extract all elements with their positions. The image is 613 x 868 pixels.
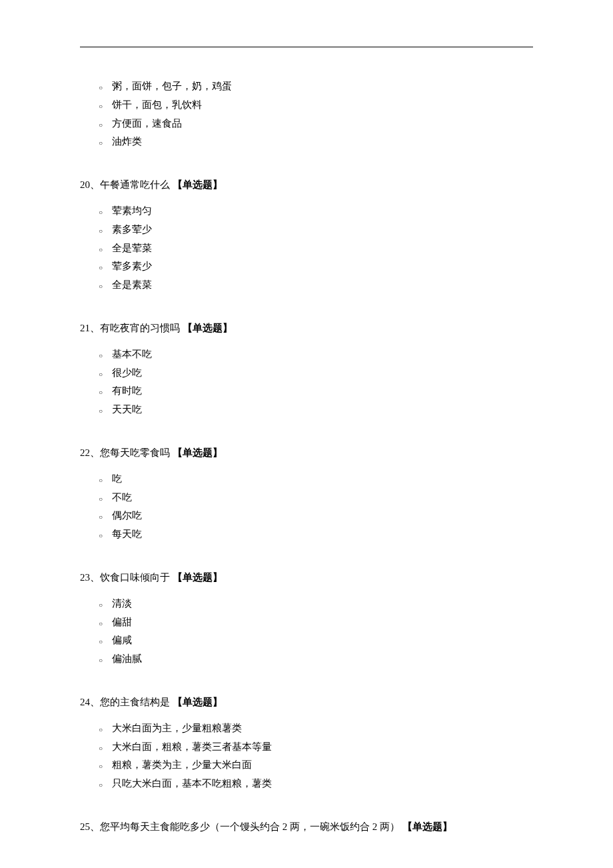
option-list: 荤素均匀 素多荤少 全是荤菜 荤多素少 全是素菜 [80, 202, 533, 295]
question-title: 21、有吃夜宵的习惯吗 【单选题】 [80, 320, 533, 336]
option-item: 粥，面饼，包子，奶，鸡蛋 [112, 77, 533, 96]
option-list: 大米白面为主，少量粗粮薯类 大米白面，粗粮，薯类三者基本等量 粗粮，薯类为主，少… [80, 719, 533, 793]
option-item: 只吃大米白面，基本不吃粗粮，薯类 [112, 775, 533, 793]
question-number: 22、 [80, 447, 100, 458]
question-type: 【单选题】 [173, 447, 223, 458]
question-type: 【单选题】 [173, 179, 223, 190]
option-item: 粗粮，薯类为主，少量大米白面 [112, 756, 533, 775]
question-type: 【单选题】 [173, 697, 223, 707]
option-list: 清淡 偏甜 偏咸 偏油腻 [80, 595, 533, 669]
option-item: 很少吃 [112, 364, 533, 383]
option-item: 方便面，速食品 [112, 115, 533, 133]
option-item: 吃 [112, 470, 533, 489]
question-text: 您每天吃零食吗 [100, 447, 170, 458]
option-item: 清淡 [112, 595, 533, 613]
question-title: 22、您每天吃零食吗 【单选题】 [80, 445, 533, 461]
option-item: 不吃 [112, 489, 533, 507]
question-title: 25、您平均每天主食能吃多少（一个馒头约合 2 两，一碗米饭约合 2 两） 【单… [80, 819, 533, 835]
question-text: 您平均每天主食能吃多少（一个馒头约合 2 两，一碗米饭约合 2 两） [100, 821, 400, 832]
horizontal-rule [80, 47, 533, 47]
question-number: 20、 [80, 179, 100, 190]
question-number: 25、 [80, 821, 100, 832]
option-item: 基本不吃 [112, 345, 533, 364]
option-item: 每天吃 [112, 525, 533, 544]
orphan-option-group: 粥，面饼，包子，奶，鸡蛋 饼干，面包，乳饮料 方便面，速食品 油炸类 [80, 77, 533, 151]
option-item: 偏甜 [112, 613, 533, 632]
question-21: 21、有吃夜宵的习惯吗 【单选题】 基本不吃 很少吃 有时吃 天天吃 [80, 320, 533, 419]
option-item: 偏咸 [112, 631, 533, 650]
question-type: 【单选题】 [183, 323, 233, 333]
question-20: 20、午餐通常吃什么 【单选题】 荤素均匀 素多荤少 全是荤菜 荤多素少 全是素… [80, 177, 533, 295]
question-title: 20、午餐通常吃什么 【单选题】 [80, 177, 533, 193]
question-text: 午餐通常吃什么 [100, 179, 170, 190]
question-22: 22、您每天吃零食吗 【单选题】 吃 不吃 偶尔吃 每天吃 [80, 445, 533, 544]
option-item: 全是荤菜 [112, 239, 533, 258]
option-item: 素多荤少 [112, 221, 533, 239]
option-item: 偶尔吃 [112, 507, 533, 525]
question-title: 23、饮食口味倾向于 【单选题】 [80, 569, 533, 585]
question-number: 21、 [80, 323, 100, 333]
option-item: 大米白面，粗粮，薯类三者基本等量 [112, 738, 533, 757]
option-item: 偏油腻 [112, 650, 533, 669]
option-item: 全是素菜 [112, 276, 533, 295]
question-text: 饮食口味倾向于 [100, 572, 170, 583]
question-text: 您的主食结构是 [100, 697, 170, 707]
option-item: 天天吃 [112, 401, 533, 419]
question-type: 【单选题】 [173, 572, 223, 583]
question-text: 有吃夜宵的习惯吗 [100, 323, 180, 333]
option-item: 饼干，面包，乳饮料 [112, 96, 533, 115]
question-24: 24、您的主食结构是 【单选题】 大米白面为主，少量粗粮薯类 大米白面，粗粮，薯… [80, 694, 533, 793]
question-number: 23、 [80, 572, 100, 583]
option-list: 粥，面饼，包子，奶，鸡蛋 饼干，面包，乳饮料 方便面，速食品 油炸类 [80, 77, 533, 151]
option-item: 荤素均匀 [112, 202, 533, 221]
question-number: 24、 [80, 697, 100, 707]
option-item: 油炸类 [112, 133, 533, 151]
question-25: 25、您平均每天主食能吃多少（一个馒头约合 2 两，一碗米饭约合 2 两） 【单… [80, 819, 533, 835]
option-item: 有时吃 [112, 382, 533, 401]
document-page: 粥，面饼，包子，奶，鸡蛋 饼干，面包，乳饮料 方便面，速食品 油炸类 20、午餐… [0, 0, 613, 835]
question-title: 24、您的主食结构是 【单选题】 [80, 694, 533, 710]
option-item: 大米白面为主，少量粗粮薯类 [112, 719, 533, 738]
option-list: 基本不吃 很少吃 有时吃 天天吃 [80, 345, 533, 419]
question-23: 23、饮食口味倾向于 【单选题】 清淡 偏甜 偏咸 偏油腻 [80, 569, 533, 669]
option-item: 荤多素少 [112, 257, 533, 276]
question-type: 【单选题】 [402, 821, 452, 832]
option-list: 吃 不吃 偶尔吃 每天吃 [80, 470, 533, 544]
